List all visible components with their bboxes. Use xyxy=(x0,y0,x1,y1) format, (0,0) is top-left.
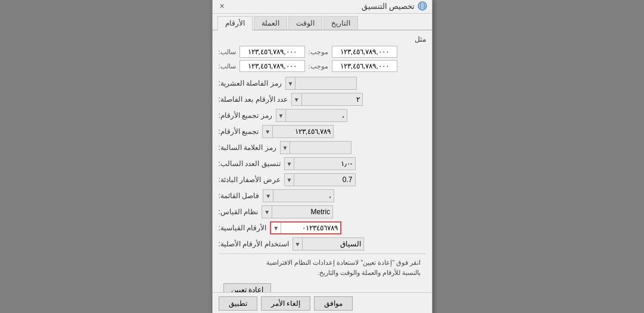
footer-note: انقر فوق "إعادة تعيين" لاستعادة إعدادات … xyxy=(219,253,426,281)
preview-section: مثل ١٢٣,٤٥٦,٧٨٩,٠٠٠ موجب: ١٢٣,٤٥٦,٧٨٩,٠٠… xyxy=(219,35,426,72)
native-digits-label: استخدام الأرقام الأصلية: xyxy=(219,240,289,248)
tab-numbers[interactable]: الأرقام xyxy=(217,16,253,30)
preview-positive-1: ١٢٣,٤٥٦,٧٨٩,٠٠٠ xyxy=(332,46,397,58)
leading-zeros-label: عرض الأصفار البادئة: xyxy=(219,176,281,184)
tab-date[interactable]: التاريخ xyxy=(323,16,358,30)
negative-format-label: تنسيق العدد السالب: xyxy=(219,159,281,168)
preview-tag-negative-1: سالب: xyxy=(219,48,236,56)
preview-row-1: ١٢٣,٤٥٦,٧٨٩,٠٠٠ موجب: ١٢٣,٤٥٦,٧٨٩,٠٠٠ سا… xyxy=(219,46,426,58)
negative-format-select[interactable]: ١٫٠- ▼ xyxy=(284,157,356,170)
dialog-body: مثل ١٢٣,٤٥٦,٧٨٩,٠٠٠ موجب: ١٢٣,٤٥٦,٧٨٩,٠٠… xyxy=(213,30,432,292)
preview-tag-positive-1: موجب: xyxy=(309,48,328,56)
field-standard-digits: ٠١٢٣٤٥٦٧٨٩ ▼ الأرقام القياسية: xyxy=(219,221,426,234)
field-negative-format: ١٫٠- ▼ تنسيق العدد السالب: xyxy=(219,157,426,170)
digit-grouping-select[interactable]: ١٢٣,٤٥٦,٧٨٩ ▼ xyxy=(262,125,334,138)
field-decimal-symbol: ▼ رمز الفاصلة العشرية: xyxy=(219,77,426,90)
dialog-titlebar: تخصيص التنسيق × xyxy=(213,0,432,14)
tabs-bar: الأرقام العملة الوقت التاريخ xyxy=(213,14,432,30)
list-separator-select[interactable]: ، ▼ xyxy=(263,189,334,202)
reset-btn-row: إعادة تعيين xyxy=(219,281,426,292)
native-digits-select[interactable]: السياق ▼ xyxy=(293,237,364,251)
negative-sign-select[interactable]: ▼ xyxy=(280,141,351,154)
field-negative-sign: ▼ رمز العلامة السالبة: xyxy=(219,141,426,154)
field-list-separator: ، ▼ فاصل القائمة: xyxy=(219,189,426,202)
tab-currency[interactable]: العملة xyxy=(254,16,287,30)
measurement-label: نظام القياس: xyxy=(219,208,259,216)
field-digit-grouping: ١٢٣,٤٥٦,٧٨٩ ▼ تجميع الأرقام: xyxy=(219,125,426,138)
preview-tag-positive-2: موجب: xyxy=(309,62,328,70)
dialog-title: تخصيص التنسيق xyxy=(362,1,427,11)
standard-digits-select[interactable]: ٠١٢٣٤٥٦٧٨٩ ▼ xyxy=(270,221,341,234)
grouping-symbol-select[interactable]: ، ▼ xyxy=(276,109,347,122)
preview-positive-2: ١٢٣,٤٥٦,٧٨٩,٠٠٠ xyxy=(332,60,397,72)
preview-label: مثل xyxy=(219,35,426,43)
leading-zeros-select[interactable]: 0.7 ▼ xyxy=(284,173,356,186)
preview-negative-2: ١٢٣,٤٥٦,٧٨٩,٠٠٠ xyxy=(239,60,305,72)
ok-button[interactable]: موافق xyxy=(314,296,353,311)
preview-tag-negative-2: سالب: xyxy=(219,62,236,70)
decimal-symbol-select[interactable]: ▼ xyxy=(285,77,357,90)
dialog-title-text: تخصيص التنسيق xyxy=(362,2,415,11)
digits-after-decimal-label: عدد الأرقام بعد الفاصلة: xyxy=(219,95,288,104)
list-separator-label: فاصل القائمة: xyxy=(219,192,260,200)
field-grouping-symbol: ، ▼ رمز تجميع الأرقام: xyxy=(219,109,426,122)
field-digits-after-decimal: ٢ ▼ عدد الأرقام بعد الفاصلة: xyxy=(219,93,426,106)
measurement-select[interactable]: Metric ▼ xyxy=(262,205,333,218)
reset-button[interactable]: إعادة تعيين xyxy=(223,283,271,292)
dialog-footer: موافق إلغاء الأمر تطبيق xyxy=(213,292,432,313)
grouping-symbol-label: رمز تجميع الأرقام: xyxy=(219,111,272,120)
field-measurement: Metric ▼ نظام القياس: xyxy=(219,205,426,218)
tab-time[interactable]: الوقت xyxy=(288,16,322,30)
preview-negative-1: ١٢٣,٤٥٦,٧٨٩,٠٠٠ xyxy=(239,46,305,58)
field-native-digits: السياق ▼ استخدام الأرقام الأصلية: xyxy=(219,237,426,251)
digit-grouping-label: تجميع الأرقام: xyxy=(219,127,259,136)
negative-sign-label: رمز العلامة السالبة: xyxy=(219,143,276,152)
apply-button[interactable]: تطبيق xyxy=(219,296,257,311)
digits-after-decimal-select[interactable]: ٢ ▼ xyxy=(291,93,363,106)
preview-row-2: ١٢٣,٤٥٦,٧٨٩,٠٠٠ موجب: ١٢٣,٤٥٦,٧٨٩,٠٠٠ سا… xyxy=(219,60,426,72)
standard-digits-label: الأرقام القياسية: xyxy=(219,224,267,232)
field-leading-zeros: 0.7 ▼ عرض الأصفار البادئة: xyxy=(219,173,426,186)
format-dialog: تخصيص التنسيق × الأرقام العملة الوقت الت… xyxy=(212,0,433,313)
cancel-button[interactable]: إلغاء الأمر xyxy=(261,296,310,311)
close-button[interactable]: × xyxy=(217,1,227,11)
globe-icon xyxy=(418,1,427,11)
decimal-symbol-label: رمز الفاصلة العشرية: xyxy=(219,79,282,87)
